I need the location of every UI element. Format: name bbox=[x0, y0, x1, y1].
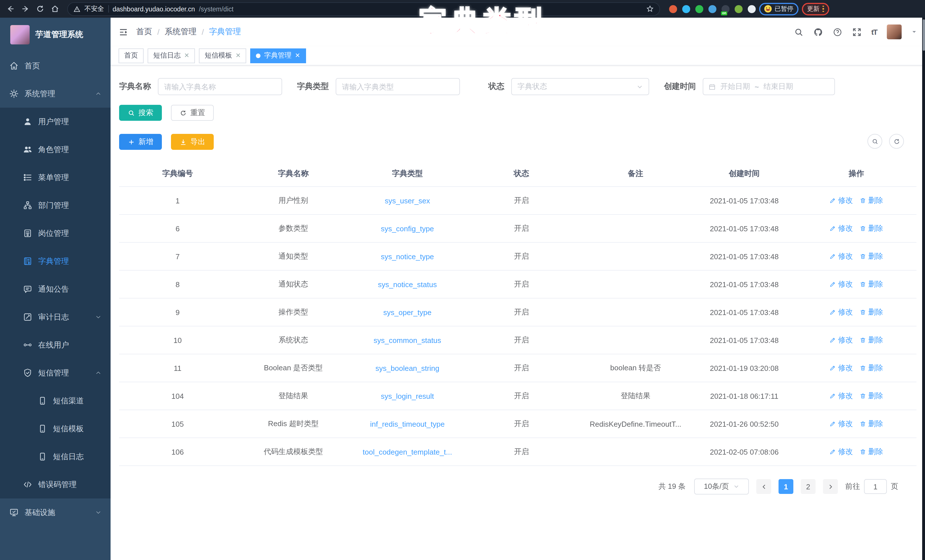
sidebar-item-notice[interactable]: 通知公告 bbox=[0, 275, 111, 303]
app-logo[interactable]: 芋道管理系统 bbox=[0, 18, 111, 52]
edit-row-button[interactable]: 修改 bbox=[830, 279, 853, 289]
prev-page-button[interactable] bbox=[756, 479, 771, 494]
tab-home[interactable]: 首页 bbox=[119, 48, 144, 63]
delete-row-button[interactable]: 删除 bbox=[860, 447, 883, 457]
browser-menu-icon[interactable] bbox=[823, 6, 824, 12]
edit-row-button[interactable]: 修改 bbox=[830, 335, 853, 345]
extension-icon[interactable] bbox=[708, 5, 716, 13]
page-size-select[interactable]: 10条/页 bbox=[694, 479, 749, 494]
cell-dict-type-link[interactable]: sys_boolean_string bbox=[351, 354, 464, 382]
goto-page-input[interactable] bbox=[864, 479, 887, 494]
home-nav-icon[interactable] bbox=[49, 3, 60, 15]
edit-row-button[interactable]: 修改 bbox=[830, 419, 853, 429]
edit-row-button[interactable]: 修改 bbox=[830, 447, 853, 457]
sidebar-item-home[interactable]: 首页 bbox=[0, 52, 111, 80]
extension-icon[interactable] bbox=[695, 5, 703, 13]
cell-dict-type-link[interactable]: sys_login_result bbox=[351, 382, 464, 410]
cell-dict-type-link[interactable]: inf_redis_timeout_type bbox=[351, 410, 464, 438]
address-bar[interactable]: 不安全 dashboard.yudao.iocoder.cn/system/di… bbox=[67, 2, 660, 16]
edit-row-button[interactable]: 修改 bbox=[830, 196, 853, 206]
extension-icon[interactable]: on bbox=[722, 5, 729, 13]
search-icon[interactable] bbox=[794, 27, 803, 37]
tab-sms-template[interactable]: 短信模板✕ bbox=[199, 48, 246, 63]
window-scrollbar[interactable] bbox=[922, 18, 925, 560]
user-avatar[interactable] bbox=[887, 24, 902, 39]
edit-row-button[interactable]: 修改 bbox=[830, 251, 853, 262]
delete-row-button[interactable]: 删除 bbox=[860, 223, 883, 233]
tab-dict-management[interactable]: 字典管理✕ bbox=[250, 48, 306, 63]
extension-icon[interactable] bbox=[669, 5, 677, 13]
delete-row-button[interactable]: 删除 bbox=[860, 251, 883, 262]
next-page-button[interactable] bbox=[823, 479, 838, 494]
dict-type-input[interactable] bbox=[336, 78, 460, 95]
delete-row-button[interactable]: 删除 bbox=[860, 196, 883, 206]
add-button[interactable]: 新增 bbox=[119, 134, 162, 150]
search-button[interactable]: 搜索 bbox=[119, 105, 162, 121]
cell-dict-type-link[interactable]: sys_oper_type bbox=[351, 298, 464, 326]
cell-dict-type-link[interactable]: sys_user_sex bbox=[351, 187, 464, 214]
delete-row-button[interactable]: 删除 bbox=[860, 279, 883, 289]
edit-row-button[interactable]: 修改 bbox=[830, 391, 853, 401]
sidebar-item-online-users[interactable]: 在线用户 bbox=[0, 331, 111, 359]
cell-dict-type-link[interactable]: tool_codegen_template_t... bbox=[351, 438, 464, 466]
extension-icon[interactable] bbox=[735, 5, 743, 13]
page-button-1[interactable]: 1 bbox=[779, 479, 793, 494]
paused-extension-badge[interactable]: 已暂停 bbox=[759, 3, 798, 15]
toggle-search-button[interactable] bbox=[868, 134, 882, 149]
sidebar-item-post-management[interactable]: 岗位管理 bbox=[0, 219, 111, 247]
sidebar-item-user-management[interactable]: 用户管理 bbox=[0, 108, 111, 135]
reload-icon[interactable] bbox=[34, 3, 45, 15]
status-select[interactable]: 字典状态 bbox=[511, 78, 649, 95]
sidebar-item-menu-management[interactable]: 菜单管理 bbox=[0, 164, 111, 191]
reset-button[interactable]: 重置 bbox=[171, 105, 214, 121]
delete-row-button[interactable]: 删除 bbox=[860, 307, 883, 317]
sidebar-item-role-management[interactable]: 角色管理 bbox=[0, 135, 111, 164]
dict-name-input[interactable] bbox=[158, 78, 282, 95]
sidebar-item-sms-template[interactable]: 短信模板 bbox=[0, 415, 111, 443]
date-range-picker[interactable]: 开始日期 ~ 结束日期 bbox=[703, 78, 835, 95]
back-icon[interactable] bbox=[5, 3, 16, 15]
page-button-2[interactable]: 2 bbox=[801, 479, 816, 494]
cell-dict-type-link[interactable]: sys_config_type bbox=[351, 214, 464, 242]
edit-icon bbox=[830, 364, 836, 372]
edit-row-button[interactable]: 修改 bbox=[830, 363, 853, 373]
edit-row-button[interactable]: 修改 bbox=[830, 307, 853, 317]
cell-dict-type-link[interactable]: sys_notice_status bbox=[351, 270, 464, 298]
help-icon[interactable] bbox=[832, 27, 842, 37]
sidebar-toggle-icon[interactable] bbox=[119, 27, 128, 37]
browser-update-button[interactable]: 更新 bbox=[802, 3, 829, 15]
sidebar-item-dept-management[interactable]: 部门管理 bbox=[0, 191, 111, 219]
breadcrumb-home[interactable]: 首页 bbox=[136, 27, 152, 37]
close-icon[interactable]: ✕ bbox=[235, 52, 241, 59]
delete-row-button[interactable]: 删除 bbox=[860, 363, 883, 373]
sidebar-item-sms-channel[interactable]: 短信渠道 bbox=[0, 387, 111, 415]
scrollbar-thumb[interactable] bbox=[922, 20, 925, 51]
delete-row-button[interactable]: 删除 bbox=[860, 419, 883, 429]
sidebar-item-infrastructure[interactable]: 基础设施 bbox=[0, 498, 111, 526]
fullscreen-icon[interactable] bbox=[852, 27, 862, 37]
bookmark-star-icon[interactable] bbox=[646, 5, 654, 12]
close-icon[interactable]: ✕ bbox=[184, 52, 189, 59]
forward-icon[interactable] bbox=[20, 3, 31, 15]
chevron-down-icon[interactable] bbox=[911, 29, 917, 35]
delete-row-button[interactable]: 删除 bbox=[860, 391, 883, 401]
sidebar-item-audit-log[interactable]: 审计日志 bbox=[0, 303, 111, 331]
sidebar-item-dict-management[interactable]: 字典管理 bbox=[0, 247, 111, 275]
edit-row-button[interactable]: 修改 bbox=[830, 223, 853, 233]
delete-row-button[interactable]: 删除 bbox=[860, 335, 883, 345]
tab-sms-log[interactable]: 短信日志✕ bbox=[148, 48, 195, 63]
github-icon[interactable] bbox=[813, 27, 823, 37]
close-icon[interactable]: ✕ bbox=[295, 52, 300, 59]
cell-dict-type-link[interactable]: sys_notice_type bbox=[351, 242, 464, 270]
breadcrumb-system[interactable]: 系统管理 bbox=[165, 27, 197, 37]
sidebar-item-sms-management[interactable]: 短信管理 bbox=[0, 359, 111, 387]
sidebar-item-error-code[interactable]: 错误码管理 bbox=[0, 471, 111, 498]
sidebar-item-system-management[interactable]: 系统管理 bbox=[0, 80, 111, 108]
extension-icon[interactable] bbox=[682, 5, 690, 13]
export-button[interactable]: 导出 bbox=[171, 134, 214, 150]
cell-dict-type-link[interactable]: sys_common_status bbox=[351, 326, 464, 354]
sidebar-item-sms-log[interactable]: 短信日志 bbox=[0, 443, 111, 471]
font-size-icon[interactable]: tT bbox=[871, 28, 877, 36]
extension-icon[interactable] bbox=[748, 5, 756, 13]
refresh-table-button[interactable] bbox=[889, 134, 904, 149]
